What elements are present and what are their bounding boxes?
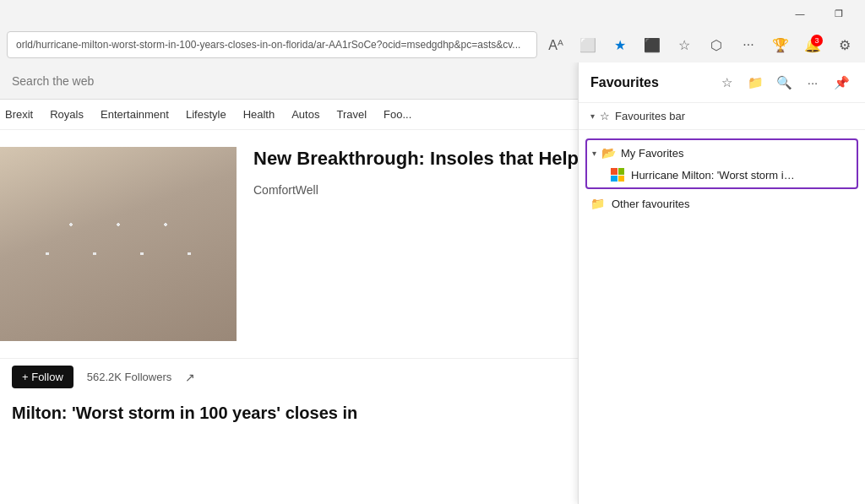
sidebar-icon: ☆ bbox=[678, 37, 690, 53]
nav-entertainment[interactable]: Entertainment bbox=[101, 108, 169, 121]
insole-visual bbox=[0, 147, 237, 341]
add-folder-button[interactable]: 📁 bbox=[743, 71, 767, 95]
fav-header-icons: ☆ 📁 🔍 ··· 📌 bbox=[715, 71, 853, 95]
address-bar[interactable]: orld/hurricane-milton-worst-storm-in-100… bbox=[7, 31, 537, 58]
fav-bar-section: ▾ ☆ Favourites bar bbox=[579, 103, 865, 130]
my-favorites-chevron: ▾ bbox=[592, 149, 596, 158]
my-favorites-group: ▾ 📂 My Favorites Hurricane Milton: 'Wors… bbox=[585, 138, 858, 189]
title-bar: — ❐ bbox=[0, 0, 865, 27]
fav-bar-chevron: ▾ bbox=[590, 111, 595, 121]
fav-more-icon: ··· bbox=[808, 75, 819, 89]
search-fav-icon: 🔍 bbox=[776, 75, 792, 90]
address-bar-row: orld/hurricane-milton-worst-storm-in-100… bbox=[0, 27, 865, 62]
ms-edge-icon bbox=[611, 168, 624, 182]
nav-food[interactable]: Foo... bbox=[384, 108, 411, 121]
nav-lifestyle[interactable]: Lifestyle bbox=[186, 108, 226, 121]
external-link-icon[interactable]: ↗ bbox=[185, 371, 195, 384]
my-favorites-folder[interactable]: ▾ 📂 My Favorites bbox=[587, 142, 857, 164]
fav-bar-star-icon: ☆ bbox=[600, 110, 610, 122]
followers-count: 562.2K Followers bbox=[87, 371, 171, 383]
fav-list: ▾ 📂 My Favorites Hurricane Milton: 'Wors… bbox=[579, 130, 865, 504]
fav-header: Favourites ☆ 📁 🔍 ··· 📌 bbox=[579, 62, 865, 103]
fav-item-hurricane-label: Hurricane Milton: 'Worst storm in 100 ye… bbox=[631, 169, 800, 182]
add-folder-icon: 📁 bbox=[748, 75, 764, 90]
fav-pin-icon: 📌 bbox=[834, 75, 850, 90]
profile-icon: 🏆 bbox=[772, 37, 789, 53]
favourites-panel: Favourites ☆ 📁 🔍 ··· 📌 bbox=[578, 62, 865, 504]
sidebar-button[interactable]: ☆ bbox=[671, 31, 698, 58]
add-favourite-button[interactable]: ☆ bbox=[715, 71, 738, 95]
url-text: orld/hurricane-milton-worst-storm-in-100… bbox=[16, 39, 520, 51]
nav-health[interactable]: Health bbox=[243, 108, 275, 121]
read-mode-button[interactable]: Aᴬ bbox=[542, 31, 569, 58]
other-fav-folder-icon: 📁 bbox=[590, 197, 605, 210]
more-button[interactable]: ··· bbox=[735, 31, 762, 58]
fav-bar-toggle[interactable]: ▾ ☆ Favourites bar bbox=[590, 110, 853, 122]
fav-more-button[interactable]: ··· bbox=[801, 71, 824, 95]
title-bar-controls: — ❐ bbox=[781, 0, 858, 27]
article-source: ComfortWell bbox=[253, 183, 606, 197]
nav-travel[interactable]: Travel bbox=[336, 108, 367, 121]
minimize-button[interactable]: — bbox=[781, 0, 819, 27]
search-fav-button[interactable]: 🔍 bbox=[772, 71, 796, 95]
follow-button[interactable]: + Follow bbox=[12, 366, 73, 388]
fav-title: Favourites bbox=[590, 75, 659, 90]
extensions-icon: ⬡ bbox=[710, 37, 722, 53]
other-favourites-label: Other favourites bbox=[612, 198, 690, 210]
main-content: Brexit Royals Entertainment Lifestyle He… bbox=[0, 62, 865, 504]
tab-icon-button[interactable]: ⬜ bbox=[574, 31, 601, 58]
extensions-button[interactable]: ⬡ bbox=[703, 31, 730, 58]
profile-button[interactable]: 🏆 bbox=[767, 31, 794, 58]
notification-badge: 3 bbox=[811, 35, 823, 46]
collections-button[interactable]: ⬛ bbox=[639, 31, 666, 58]
tab-icon: ⬜ bbox=[579, 37, 596, 53]
nav-brexit[interactable]: Brexit bbox=[5, 108, 33, 121]
nav-autos[interactable]: Autos bbox=[291, 108, 319, 121]
nav-royals[interactable]: Royals bbox=[50, 108, 84, 121]
article-image bbox=[0, 147, 237, 341]
more-icon: ··· bbox=[743, 37, 753, 52]
favorites-star-icon: ★ bbox=[614, 37, 626, 53]
other-favourites-item[interactable]: 📁 Other favourites bbox=[579, 192, 865, 214]
fav-bar-label-text: Favourites bar bbox=[615, 110, 685, 122]
article-title: New Breakthrough: Insoles that Help Yo bbox=[253, 147, 606, 171]
collections-icon: ⬛ bbox=[644, 37, 661, 53]
fav-item-hurricane[interactable]: Hurricane Milton: 'Worst storm in 100 ye… bbox=[587, 164, 857, 186]
notifications-button[interactable]: 🔔 3 bbox=[799, 31, 826, 58]
my-favorites-label: My Favorites bbox=[621, 147, 683, 160]
restore-button[interactable]: ❐ bbox=[819, 0, 858, 27]
settings-button[interactable]: ⚙ bbox=[831, 31, 858, 58]
browser-frame: — ❐ orld/hurricane-milton-worst-storm-in… bbox=[0, 0, 865, 504]
folder-icon: 📂 bbox=[601, 146, 616, 160]
read-mode-icon: Aᴬ bbox=[548, 37, 563, 53]
settings-icon: ⚙ bbox=[839, 37, 851, 53]
search-input[interactable] bbox=[12, 74, 160, 88]
add-fav-icon: ☆ bbox=[721, 75, 732, 90]
favorites-button[interactable]: ★ bbox=[607, 31, 634, 58]
fav-pin-button[interactable]: 📌 bbox=[830, 71, 853, 95]
article-text: New Breakthrough: Insoles that Help Yo C… bbox=[237, 147, 623, 341]
